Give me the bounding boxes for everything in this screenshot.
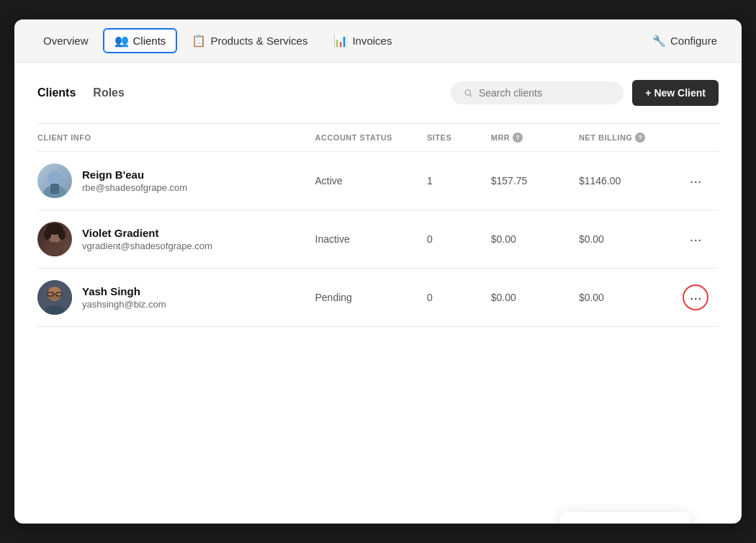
nav-label-invoices: Invoices (352, 35, 392, 47)
billing-reign: $1146.00 (573, 152, 677, 210)
actions-cell-yash: ··· (677, 269, 719, 327)
table-body: Reign B'eau rbe@shadesofgrape.com Active… (37, 152, 719, 327)
top-nav: Overview 👥 Clients 📋 Products & Services… (14, 19, 742, 63)
search-box (451, 81, 624, 104)
col-header-sites: SITES (421, 124, 485, 152)
avatar-reign-svg (37, 163, 72, 198)
actions-menu-button-violet[interactable]: ··· (683, 226, 708, 252)
sites-reign: 1 (421, 152, 485, 210)
sites-yash: 0 (421, 269, 485, 327)
products-icon: 📋 (192, 34, 206, 48)
avatar-violet (37, 222, 72, 256)
table-row: Violet Gradient vgradient@shadesofgrape.… (37, 210, 719, 269)
col-header-account-status: ACCOUNT STATUS (310, 124, 421, 152)
status-yash: Pending (310, 269, 421, 327)
actions-cell-reign: ··· (677, 152, 719, 210)
nav-label-overview: Overview (43, 35, 89, 47)
client-email-violet: vgradient@shadesofgrape.com (82, 241, 212, 251)
svg-point-8 (58, 230, 66, 240)
dropdown-manage-client[interactable]: Manage Client (560, 518, 690, 524)
search-icon (464, 88, 473, 98)
svg-rect-4 (50, 184, 59, 194)
clients-table: CLIENT INFO ACCOUNT STATUS SITES MRR ? (37, 123, 719, 327)
nav-item-clients[interactable]: 👥 Clients (103, 28, 178, 53)
col-header-mrr: MRR ? (485, 124, 573, 152)
context-dropdown-menu: Manage Client Invite Client Delete Clien… (560, 512, 690, 524)
invoices-icon: 📊 (333, 34, 348, 48)
configure-label: Configure (670, 35, 717, 47)
col-header-client-info: CLIENT INFO (37, 124, 310, 152)
new-client-label: + New Client (645, 87, 706, 99)
client-cell-reign: Reign B'eau rbe@shadesofgrape.com (37, 152, 310, 210)
ellipsis-icon: ··· (690, 173, 702, 189)
client-name-yash: Yash Singh (82, 285, 166, 297)
avatar-yash-svg (37, 280, 72, 315)
svg-point-2 (48, 171, 62, 185)
table-header: CLIENT INFO ACCOUNT STATUS SITES MRR ? (37, 124, 719, 152)
table-row: Yash Singh yashsingh@biz.com Pending 0 (37, 269, 719, 327)
avatar-reign (37, 163, 72, 198)
ellipsis-icon: ··· (690, 290, 702, 306)
clients-icon: 👥 (114, 34, 129, 48)
new-client-button[interactable]: + New Client (632, 80, 719, 106)
col-header-actions (677, 124, 719, 152)
client-email-reign: rbe@shadesofgrape.com (82, 182, 187, 193)
svg-point-7 (44, 230, 51, 240)
search-input[interactable] (479, 87, 611, 99)
billing-help-icon: ? (635, 133, 645, 143)
ellipsis-icon: ··· (690, 231, 702, 248)
actions-menu-button-reign[interactable]: ··· (683, 168, 708, 194)
col-header-net-billing: NET BILLING ? (573, 124, 677, 152)
main-content: Clients Roles + New Client CLIEN (14, 63, 742, 344)
client-cell-yash: Yash Singh yashsingh@biz.com (37, 269, 310, 327)
avatar-yash (37, 280, 72, 315)
nav-item-overview[interactable]: Overview (32, 29, 100, 53)
client-name-reign: Reign B'eau (82, 169, 187, 181)
mrr-yash: $0.00 (485, 269, 573, 327)
status-violet: Inactive (310, 210, 421, 269)
table-row: Reign B'eau rbe@shadesofgrape.com Active… (37, 152, 719, 210)
client-email-yash: yashsingh@biz.com (82, 299, 166, 310)
mrr-reign: $157.75 (485, 152, 573, 210)
nav-label-clients: Clients (133, 35, 166, 47)
nav-item-invoices[interactable]: 📊 Invoices (322, 28, 403, 53)
app-container: Overview 👥 Clients 📋 Products & Services… (14, 19, 742, 524)
subnav-clients[interactable]: Clients (37, 84, 76, 102)
client-cell-violet: Violet Gradient vgradient@shadesofgrape.… (37, 210, 310, 269)
svg-line-1 (470, 94, 472, 97)
status-reign: Active (310, 152, 421, 210)
configure-button[interactable]: 🔧 Configure (645, 30, 724, 52)
configure-icon: 🔧 (652, 35, 666, 48)
subnav-roles[interactable]: Roles (93, 84, 125, 102)
actions-menu-button-yash[interactable]: ··· (683, 284, 708, 310)
mrr-violet: $0.00 (485, 210, 573, 269)
sites-violet: 0 (421, 210, 485, 269)
clients-table-wrapper: CLIENT INFO ACCOUNT STATUS SITES MRR ? (37, 123, 719, 327)
billing-yash: $0.00 (573, 269, 677, 327)
nav-item-products[interactable]: 📋 Products & Services (180, 28, 319, 53)
nav-label-products: Products & Services (210, 35, 307, 47)
mrr-help-icon: ? (513, 133, 523, 143)
actions-cell-violet: ··· (677, 210, 719, 269)
client-name-violet: Violet Gradient (82, 227, 212, 239)
avatar-violet-svg (37, 222, 72, 256)
sub-nav: Clients Roles + New Client (37, 80, 719, 106)
billing-violet: $0.00 (573, 210, 677, 269)
